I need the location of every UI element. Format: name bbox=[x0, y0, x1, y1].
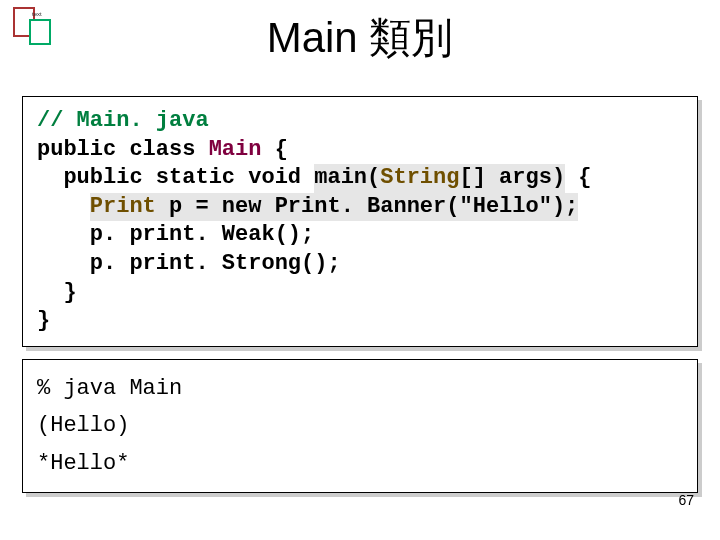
code-l4a bbox=[37, 194, 90, 219]
code-l5: p. print. Weak(); bbox=[37, 222, 314, 247]
svg-rect-1 bbox=[30, 20, 50, 44]
out-l2: (Hello) bbox=[37, 413, 129, 438]
code-l2a: public class bbox=[37, 137, 209, 162]
code-l7: } bbox=[37, 280, 77, 305]
code-l3d: [] args) bbox=[459, 165, 565, 190]
code-l6: p. print. Strong(); bbox=[37, 251, 341, 276]
code-block: // Main. java public class Main { public… bbox=[22, 96, 698, 347]
out-l3: *Hello* bbox=[37, 451, 129, 476]
out-l1: % java Main bbox=[37, 376, 182, 401]
code-l4b: Print bbox=[90, 194, 156, 219]
page-number: 67 bbox=[678, 492, 694, 508]
svg-text:text: text bbox=[32, 11, 42, 17]
logo-icon: text bbox=[12, 6, 52, 46]
code-l8: } bbox=[37, 308, 50, 333]
code-l3c: String bbox=[380, 165, 459, 190]
code-l2b: Main bbox=[209, 137, 262, 162]
code-l3e: { bbox=[565, 165, 591, 190]
code-l2c: { bbox=[261, 137, 287, 162]
code-l4c: p = new Print. Banner("Hello"); bbox=[156, 194, 578, 219]
code-l3a: public static void bbox=[37, 165, 314, 190]
code-l1: // Main. java bbox=[37, 108, 209, 133]
output-block: % java Main (Hello) *Hello* bbox=[22, 359, 698, 493]
slide-title: Main 類別 bbox=[0, 10, 720, 66]
code-l3b: main( bbox=[314, 165, 380, 190]
